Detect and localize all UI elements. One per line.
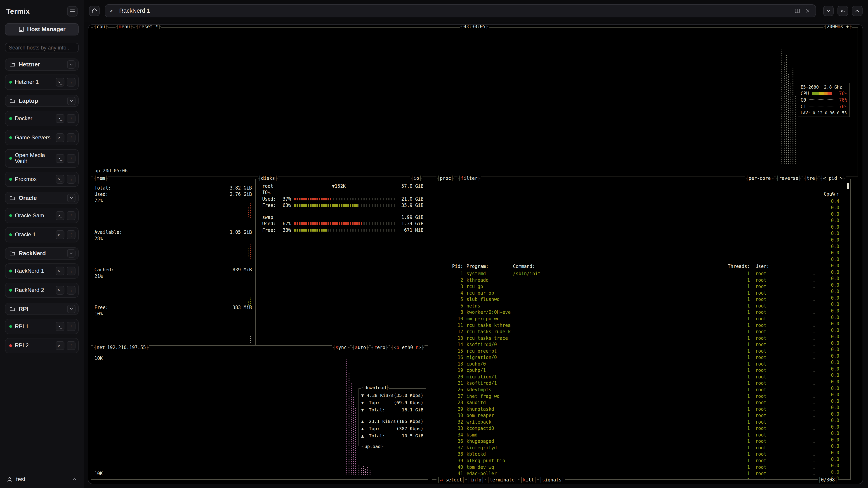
close-tab-button[interactable] [805, 8, 810, 13]
auto-toggle[interactable]: auto [351, 345, 369, 350]
host-menu-button[interactable]: ⋮ [67, 230, 75, 239]
signals-control[interactable]: signals [539, 478, 565, 482]
host-terminal-button[interactable]: >_ [56, 175, 64, 184]
host-terminal-button[interactable]: >_ [56, 267, 64, 275]
folder-collapse-button[interactable] [67, 305, 75, 313]
host-menu-button[interactable]: ⋮ [67, 133, 75, 142]
host-item[interactable]: Game Servers >_ ⋮ [5, 130, 79, 145]
process-table-header[interactable]: Pid: Program: Command: Threads: User: Me… [439, 183, 839, 190]
process-row[interactable]: 8 kworker/0:0H-eve 1 root 0B 0.0 [439, 229, 839, 235]
terminate-control[interactable]: terminate [486, 478, 518, 482]
host-terminal-button[interactable]: >_ [56, 114, 64, 123]
sync-toggle[interactable]: sync [332, 345, 350, 350]
sort-selector[interactable]: < pid > [820, 176, 846, 181]
menu-control[interactable]: menu [116, 24, 133, 29]
process-row[interactable]: 167 ata_sff 1 root 0B 0.0 [439, 467, 839, 474]
host-menu-button[interactable]: ⋮ [67, 286, 75, 295]
process-row[interactable]: 162 kworker/0:1H-kbl 1 root 0B 0.0 [439, 461, 839, 467]
host-search-input[interactable] [5, 43, 79, 53]
folder-header[interactable]: Oracle [5, 192, 79, 204]
host-terminal-button[interactable]: >_ [56, 230, 64, 239]
process-name: khungtaskd [463, 407, 511, 412]
process-row[interactable]: 12 rcu_tasks_rude_k 1 root 0B 0.0 [439, 248, 839, 255]
scrollbar-thumb[interactable] [847, 183, 849, 189]
host-item[interactable]: Proxmox >_ ⋮ [5, 172, 79, 187]
host-menu-button[interactable]: ⋮ [67, 341, 75, 350]
host-terminal-button[interactable]: >_ [56, 78, 64, 87]
direction-arrow-icon: ▼ [361, 408, 366, 412]
cpu-total-row: CPU 76% [801, 91, 847, 96]
process-threads: 1 [715, 278, 750, 283]
direction-arrow-icon: ▼ [361, 400, 366, 405]
host-manager-button[interactable]: Host Manager [5, 23, 79, 35]
host-menu-button[interactable]: ⋮ [67, 78, 75, 87]
host-item[interactable]: Docker >_ ⋮ [5, 111, 79, 126]
host-item[interactable]: Oracle 1 >_ ⋮ [5, 227, 79, 242]
used-bar [294, 198, 395, 200]
folder-header[interactable]: Laptop [5, 95, 79, 107]
host-terminal-button[interactable]: >_ [56, 133, 64, 142]
process-row[interactable]: 2 kthreadd 1 root 0B 0.0 [439, 197, 839, 203]
used-bar [294, 222, 395, 225]
user-menu-chevron[interactable] [72, 477, 77, 482]
host-terminal-button[interactable]: >_ [56, 154, 64, 163]
interface-selector[interactable]: <b eth0 n> [391, 345, 425, 350]
host-menu-button[interactable]: ⋮ [67, 322, 75, 331]
ssh-keys-button[interactable] [837, 6, 848, 16]
process-row[interactable]: 4 rcu_par_gp 1 root 0B 0.0 [439, 209, 839, 216]
process-row[interactable]: 6 netns 1 root 0B 0.0 [439, 222, 839, 229]
net-stats-box: download upload ▼ 4.38 KiB/s (35.0 Kbps) [359, 388, 426, 446]
host-terminal-button[interactable]: >_ [56, 286, 64, 295]
process-name: kcompactd0 [463, 426, 511, 431]
host-item[interactable]: Oracle Sam >_ ⋮ [5, 208, 79, 223]
folder-header[interactable]: RPI [5, 303, 79, 315]
host-menu-button[interactable]: ⋮ [67, 154, 75, 163]
scroll-top-button[interactable] [852, 6, 863, 16]
tree-toggle[interactable]: tre [803, 176, 818, 181]
split-view-button[interactable] [795, 8, 800, 13]
host-item[interactable]: RackNerd 2 >_ ⋮ [5, 283, 79, 298]
net-stat-label: 23.1 KiB/s [366, 419, 396, 424]
process-row[interactable]: 13 rcu_tasks_trace_ 1 root 0B 0.0 [439, 255, 839, 261]
reset-control[interactable]: reset * [135, 24, 161, 29]
folder-collapse-button[interactable] [67, 249, 75, 258]
info-control[interactable]: info [467, 478, 485, 482]
host-menu-button[interactable]: ⋮ [67, 175, 75, 184]
folder-collapse-button[interactable] [67, 60, 75, 69]
folder-header[interactable]: Hetzner [5, 59, 79, 71]
host-terminal-button[interactable]: >_ [56, 322, 64, 331]
terminal-tab[interactable]: >_ RackNerd 1 [105, 4, 816, 18]
host-item[interactable]: Open Media Vault >_ ⋮ [5, 149, 79, 168]
kill-control[interactable]: kill [520, 478, 537, 482]
user-row[interactable]: test [5, 473, 79, 484]
process-row[interactable]: 5 slub_flushwq 1 root 0B 0.0 [439, 216, 839, 223]
host-item[interactable]: RackNerd 1 >_ ⋮ [5, 263, 79, 279]
host-item[interactable]: RPI 2 >_ ⋮ [5, 338, 79, 353]
folder-collapse-button[interactable] [67, 97, 75, 105]
refresh-rate-control[interactable]: 2000ms + [824, 24, 852, 29]
chevron-down-icon [69, 306, 74, 311]
host-menu-button[interactable]: ⋮ [67, 267, 75, 275]
host-terminal-button[interactable]: >_ [56, 211, 64, 220]
host-menu-button[interactable]: ⋮ [67, 114, 75, 123]
sidebar-menu-button[interactable] [67, 6, 78, 17]
filter-control[interactable]: filter [458, 176, 481, 181]
folder-collapse-button[interactable] [67, 194, 75, 202]
terminal-screen[interactable]: cpu menu reset * 03:30:05 2000ms + [88, 25, 863, 484]
process-row[interactable]: 3 rcu_gp 1 root 0B 0.0 [439, 203, 839, 210]
host-menu-button[interactable]: ⋮ [67, 211, 75, 220]
io-tab[interactable]: io [410, 176, 423, 181]
process-row[interactable]: 1 systemd /sbin/init 1 root 9.2M 0.4 [439, 190, 839, 197]
host-item[interactable]: RPI 1 >_ ⋮ [5, 319, 79, 334]
folder-header[interactable]: RackNerd [5, 248, 79, 260]
per-core-toggle[interactable]: per-core [745, 176, 774, 181]
home-button[interactable] [89, 6, 100, 16]
process-row[interactable]: 10 mm_percpu_wq 1 root 0B 0.0 [439, 235, 839, 242]
zero-toggle[interactable]: zero [371, 345, 389, 350]
host-terminal-button[interactable]: >_ [56, 341, 64, 350]
collapse-tabbar-button[interactable] [823, 6, 834, 16]
process-row[interactable]: 11 rcu_tasks_kthrea 1 root 0B 0.0 [439, 242, 839, 248]
host-item[interactable]: Hetzner 1 >_ ⋮ [5, 74, 79, 90]
reverse-toggle[interactable]: reverse [776, 176, 802, 181]
select-control[interactable]: ↵ select [436, 478, 465, 482]
